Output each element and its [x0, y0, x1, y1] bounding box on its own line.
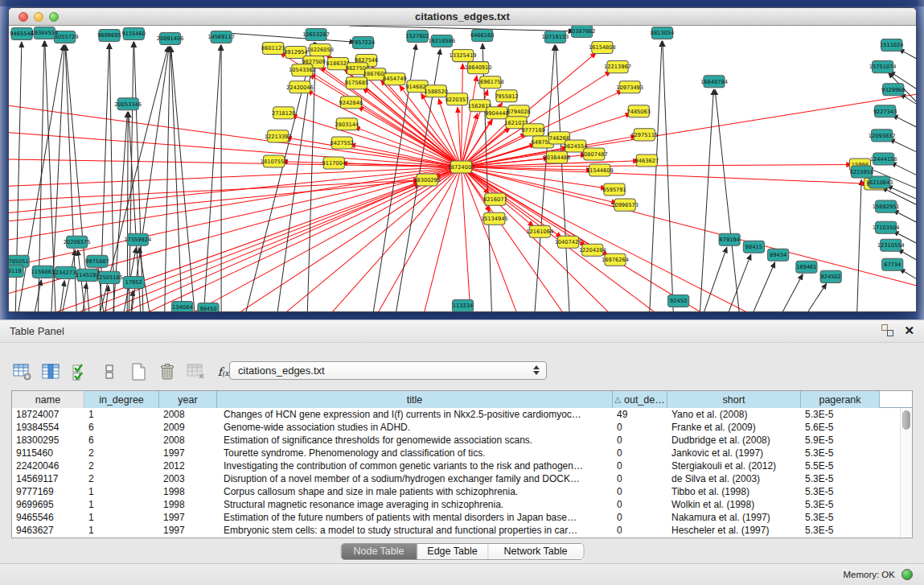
graph-node[interactable]: 22420046	[286, 81, 314, 93]
graph-node[interactable]: 9699695	[97, 30, 121, 42]
graph-node[interactable]: 12975115	[630, 129, 658, 141]
graph-node[interactable]: 9227343	[873, 105, 897, 117]
graph-node[interactable]: 2803144	[335, 118, 359, 130]
window-titlebar[interactable]: citations_edges.txt	[9, 8, 916, 26]
graph-node[interactable]: 2718120	[272, 107, 296, 119]
graph-node[interactable]: 13325419	[450, 50, 477, 62]
new-table-icon[interactable]	[127, 360, 149, 382]
graph-node[interactable]: 89434	[768, 249, 789, 261]
table-row[interactable]: 1872400712008Changes of HCN gene express…	[12, 408, 912, 421]
graph-node[interactable]: 6794028	[507, 105, 531, 117]
graph-node[interactable]: 12444158	[870, 153, 897, 165]
graph-node[interactable]: 10807487	[581, 148, 608, 160]
graph-node[interactable]: 8215958	[850, 166, 874, 178]
graph-node[interactable]: 20053346	[114, 98, 142, 110]
graph-node[interactable]: 19218586	[428, 35, 455, 47]
graph-node[interactable]: 15134945	[481, 212, 508, 225]
graph-node[interactable]: 17952	[123, 276, 144, 288]
close-panel-icon[interactable]: ✕	[904, 324, 914, 336]
table-row[interactable]: 911546021997Tourette syndrome. Phenomeno…	[12, 447, 912, 459]
graph-node[interactable]: 92450	[668, 295, 689, 307]
table-settings-icon[interactable]	[11, 360, 33, 382]
graph-node[interactable]: 7957224	[351, 37, 376, 49]
graph-node[interactable]: 16648784	[700, 76, 728, 88]
graph-node[interactable]: 10407427	[555, 236, 582, 248]
rows-icon[interactable]	[98, 360, 120, 382]
graph-node[interactable]: 12093832	[869, 130, 896, 142]
graph-node[interactable]: 9329966	[881, 84, 906, 96]
graph-node[interactable]: 10543362	[289, 64, 316, 76]
graph-node[interactable]: 9115460	[121, 28, 146, 40]
graph-node[interactable]: 9175685	[345, 77, 369, 89]
graph-node[interactable]: 11544609	[586, 164, 614, 176]
graph-node[interactable]: 169461	[796, 261, 817, 273]
column-header-title[interactable]: title	[217, 391, 613, 408]
tab-edge-table[interactable]: Edge Table	[417, 544, 488, 559]
graph-node[interactable]: 134084	[172, 301, 193, 311]
table-row[interactable]: 977716911998Corpus callosum shape and si…	[12, 485, 912, 498]
table-row[interactable]: 946554611997Estimation of the future num…	[12, 511, 912, 524]
graph-node[interactable]: 1527602	[405, 31, 429, 43]
graph-node[interactable]: 16976264	[602, 253, 629, 266]
graph-node[interactable]: 16961758	[477, 76, 504, 89]
graph-node[interactable]: 8454749	[383, 73, 407, 85]
column-header-short[interactable]: short	[667, 391, 801, 408]
graph-node[interactable]: 924502	[820, 270, 841, 282]
table-row[interactable]: 1830029562008Estimation of significance …	[12, 434, 912, 447]
scrollbar-thumb[interactable]	[902, 410, 910, 430]
column-select-icon[interactable]	[40, 360, 62, 382]
graph-node[interactable]: 18226058	[306, 44, 334, 56]
graph-node[interactable]: 7955812	[495, 90, 519, 102]
graph-node[interactable]: 6466160	[470, 30, 495, 42]
table-selector-dropdown[interactable]: citations_edges.txt	[229, 361, 547, 380]
graph-node[interactable]: 98450	[198, 303, 219, 311]
graph-node[interactable]: 15692951	[873, 200, 900, 212]
graph-node[interactable]: 15751074	[869, 61, 897, 73]
table-row[interactable]: 1456911722003Disruption of a novel membe…	[12, 472, 912, 485]
graph-node[interactable]: 18300295	[413, 174, 441, 186]
graph-node[interactable]: 17359924	[124, 233, 151, 245]
column-header-pagerank[interactable]: pagerank	[801, 391, 880, 408]
column-header-out_de[interactable]: △out_de…	[613, 391, 667, 408]
column-header-in_degree[interactable]: in_degree	[84, 391, 159, 408]
graph-node[interactable]: 10973493	[616, 81, 643, 93]
graph-node[interactable]: 9904448	[485, 107, 509, 119]
delete-table-icon[interactable]	[156, 360, 178, 382]
graph-node[interactable]: 98415	[743, 241, 764, 253]
graph-node[interactable]: 18724007	[448, 161, 475, 173]
graph-node[interactable]: 113234	[452, 299, 473, 311]
graph-node[interactable]: 9463627	[635, 154, 659, 167]
graph-node[interactable]: 1588520	[424, 85, 448, 97]
graph-node[interactable]: 9975887	[85, 255, 109, 267]
graph-node[interactable]: 8220357	[446, 93, 470, 105]
graph-node[interactable]: 9777169	[521, 124, 545, 136]
network-canvas[interactable]: 8601123891295418226058982750910543362818…	[9, 26, 916, 311]
graph-node[interactable]: 8216077	[483, 193, 507, 205]
memory-status-indicator[interactable]	[901, 569, 913, 580]
table-row[interactable]: 1938455462009Genome-wide association stu…	[12, 421, 912, 434]
graph-node[interactable]: 20206575	[64, 236, 91, 248]
tab-network-table[interactable]: Network Table	[488, 544, 583, 559]
graph-node[interactable]: 9242848	[339, 97, 363, 109]
graph-node[interactable]: 8813054	[651, 27, 675, 39]
row-select-icon[interactable]	[69, 360, 91, 382]
graph-node[interactable]: 14569117	[207, 31, 235, 43]
graph-node[interactable]: 12310554	[877, 239, 905, 251]
float-panel-icon[interactable]	[881, 324, 893, 336]
graph-node[interactable]: 17103504	[873, 221, 900, 233]
graph-node[interactable]: 10719133	[542, 31, 569, 43]
table-row[interactable]: 946362711997Embryonic stem cells: a mode…	[12, 524, 912, 537]
column-header-year[interactable]: year	[159, 391, 217, 408]
graph-node[interactable]: 12204284	[579, 244, 606, 256]
import-table-icon[interactable]	[185, 360, 207, 382]
graph-node[interactable]: 12161064	[526, 225, 553, 237]
graph-node[interactable]: 39119	[9, 265, 23, 277]
graph-node[interactable]: 19384554	[31, 27, 58, 39]
graph-node[interactable]: 12213967	[604, 61, 631, 73]
graph-node[interactable]: 1511024	[880, 39, 904, 51]
graph-node[interactable]: 18107553	[261, 155, 288, 167]
graph-node[interactable]: 16154808	[589, 42, 616, 54]
graph-node[interactable]: 20891406	[157, 33, 184, 45]
tab-node-table[interactable]: Node Table	[341, 544, 417, 559]
graph-node[interactable]: 9117004	[322, 157, 346, 169]
